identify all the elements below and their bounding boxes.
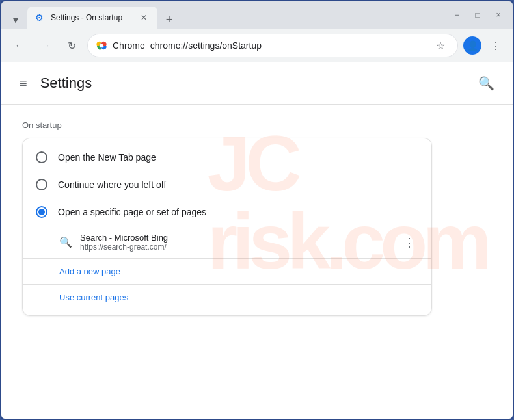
option-continue[interactable]: Continue where you left off [23, 171, 431, 198]
back-button[interactable]: ← [9, 35, 30, 56]
startup-options-card: Open the New Tab page Continue where you… [22, 138, 432, 316]
search-entry-info: Search - Microsoft Bing https://search-g… [80, 233, 392, 252]
profile-button[interactable]: 👤 [463, 36, 481, 55]
maximize-button[interactable]: □ [468, 6, 487, 24]
search-engine-url: https://search-great.com/ [80, 243, 392, 252]
minimize-button[interactable]: − [448, 6, 466, 24]
address-text: chrome://settings/onStartup [150, 40, 426, 51]
search-engine-entry: 🔍 Search - Microsoft Bing https://search… [23, 226, 431, 258]
settings-search-icon[interactable]: 🔍 [476, 73, 497, 94]
nav-bar: ← → ↻ Chrome chrome://settings/onStartup… [1, 29, 513, 62]
active-tab[interactable]: ⚙ Settings - On startup ✕ [27, 7, 157, 29]
add-new-page-button[interactable]: Add a new page [23, 259, 133, 284]
forward-button[interactable]: → [35, 35, 56, 56]
option-specific-label: Open a specific page or set of pages [58, 207, 206, 217]
option-specific[interactable]: Open a specific page or set of pages [23, 198, 431, 226]
close-button[interactable]: × [489, 6, 507, 24]
search-engine-name: Search - Microsoft Bing [80, 233, 392, 243]
settings-header: ≡ Settings 🔍 [1, 62, 513, 105]
page-title: Settings [40, 75, 92, 92]
bookmark-button[interactable]: ☆ [431, 36, 450, 55]
svg-point-1 [100, 44, 103, 47]
window-controls: − □ × [448, 6, 507, 24]
settings-title-group: ≡ Settings [17, 73, 92, 94]
tab-close-button[interactable]: ✕ [138, 12, 150, 23]
address-actions: ☆ [431, 36, 450, 55]
chrome-menu-button[interactable]: ⋮ [487, 36, 505, 55]
option-new-tab[interactable]: Open the New Tab page [23, 144, 431, 171]
chrome-brand-label: Chrome [113, 40, 145, 51]
search-entry-icon: 🔍 [59, 236, 72, 248]
chrome-logo-icon [96, 40, 107, 51]
new-tab-button[interactable]: + [160, 10, 178, 29]
sidebar-toggle-icon[interactable]: ≡ [17, 73, 30, 94]
radio-continue[interactable] [36, 179, 47, 190]
tab-favicon-icon: ⚙ [35, 12, 46, 23]
option-new-tab-label: Open the New Tab page [58, 152, 156, 163]
radio-new-tab[interactable] [36, 151, 47, 163]
address-bar[interactable]: Chrome chrome://settings/onStartup ☆ [87, 34, 458, 57]
tab-dropdown-button[interactable]: ▾ [7, 10, 25, 29]
browser-window: ▾ ⚙ Settings - On startup ✕ + − □ × ← → … [0, 0, 514, 420]
title-bar: ▾ ⚙ Settings - On startup ✕ + − □ × [1, 1, 513, 29]
option-continue-label: Continue where you left off [58, 179, 166, 190]
search-engine-more-button[interactable]: ⋮ [400, 233, 418, 252]
avatar-icon: 👤 [463, 36, 481, 55]
settings-body: JCrisk.com On startup Open the New Tab p… [1, 105, 513, 332]
use-current-pages-button[interactable]: Use current pages [23, 285, 141, 310]
tab-bar: ▾ ⚙ Settings - On startup ✕ + [7, 1, 445, 29]
radio-specific[interactable] [36, 206, 47, 218]
section-label: On startup [22, 120, 492, 130]
page-content: ≡ Settings 🔍 JCrisk.com On startup Open … [1, 62, 513, 419]
refresh-button[interactable]: ↻ [61, 35, 82, 56]
tab-title: Settings - On startup [51, 13, 133, 22]
